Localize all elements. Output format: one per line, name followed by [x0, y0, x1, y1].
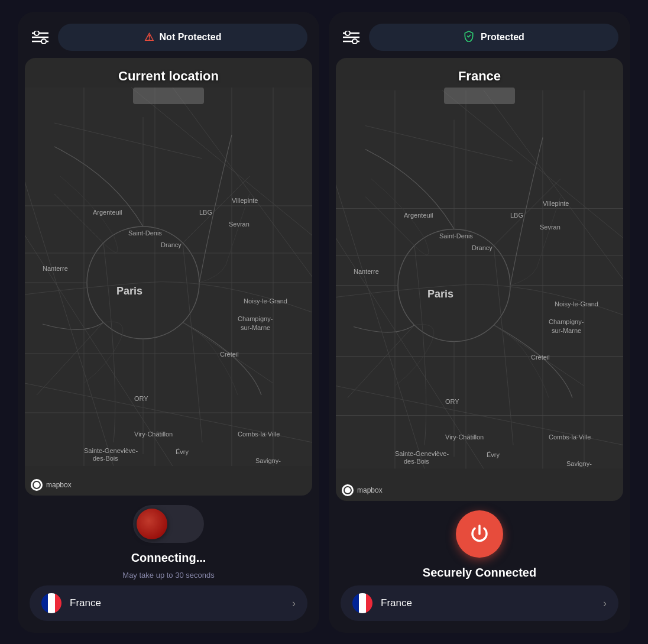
right-filter-icon[interactable]: [341, 27, 362, 48]
right-status-label: Protected: [481, 32, 524, 43]
left-filter-icon[interactable]: [30, 27, 51, 48]
screen-container: ⚠ Not Protected Current location: [0, 0, 648, 644]
left-map-blur: [133, 88, 204, 104]
svg-text:ORY: ORY: [134, 395, 148, 402]
svg-text:LBG: LBG: [510, 212, 523, 219]
svg-text:Drancy: Drancy: [472, 244, 493, 251]
right-power-area[interactable]: [456, 510, 503, 558]
right-chevron-icon: ›: [603, 597, 607, 610]
right-mapbox-credit: mapbox: [342, 484, 383, 496]
left-bottom-section: Connecting... May take up to 30 seconds …: [18, 496, 319, 633]
right-bottom-section: Securely Connected France ›: [329, 501, 630, 633]
mapbox-logo-left: [31, 479, 43, 491]
svg-text:Viry-Châtillon: Viry-Châtillon: [134, 431, 173, 438]
svg-text:Évry: Évry: [487, 451, 500, 458]
left-mapbox-credit: mapbox: [31, 479, 72, 491]
left-phone-panel: ⚠ Not Protected Current location: [18, 12, 319, 633]
svg-text:des-Bois: des-Bois: [404, 458, 429, 465]
right-map-title: France: [336, 69, 623, 84]
svg-text:Créteil: Créteil: [531, 354, 550, 361]
svg-text:Savigny-: Savigny-: [255, 457, 281, 464]
svg-text:Nanterre: Nanterre: [354, 268, 379, 275]
svg-text:Sevran: Sevran: [229, 221, 250, 228]
svg-text:Paris: Paris: [427, 288, 453, 300]
right-map: France: [336, 58, 623, 501]
svg-text:Sevran: Sevran: [540, 224, 560, 231]
svg-text:Villepinte: Villepinte: [232, 197, 258, 204]
svg-text:Viry-Châtillon: Viry-Châtillon: [445, 433, 484, 441]
left-map: Current location: [25, 58, 312, 496]
svg-text:Saint-Denis: Saint-Denis: [128, 229, 162, 237]
svg-text:sur-Marne: sur-Marne: [552, 327, 581, 334]
svg-text:sur-Marne: sur-Marne: [241, 324, 270, 331]
svg-point-51: [345, 31, 350, 35]
svg-text:Savigny-: Savigny-: [566, 460, 592, 467]
mapbox-logo-right: [342, 484, 354, 496]
svg-text:Noisy-le-Grand: Noisy-le-Grand: [244, 297, 287, 305]
left-status-badge: ⚠ Not Protected: [58, 24, 307, 51]
svg-text:Champigny-: Champigny-: [238, 315, 273, 322]
left-power-area[interactable]: [133, 505, 204, 543]
left-connection-status: Connecting...: [131, 551, 206, 565]
left-header: ⚠ Not Protected: [18, 12, 319, 58]
svg-point-52: [352, 39, 357, 44]
left-toggle-knob: [137, 509, 167, 539]
svg-text:Créteil: Créteil: [220, 351, 239, 358]
right-power-button[interactable]: [456, 510, 503, 558]
svg-text:Noisy-le-Grand: Noisy-le-Grand: [555, 300, 598, 308]
svg-text:Drancy: Drancy: [161, 241, 182, 248]
svg-text:Combs-la-Ville: Combs-la-Ville: [549, 433, 591, 441]
right-connection-status: Securely Connected: [423, 566, 536, 580]
svg-text:Combs-la-Ville: Combs-la-Ville: [238, 431, 280, 438]
left-location-name: France: [70, 597, 284, 609]
svg-text:Champigny-: Champigny-: [549, 318, 584, 325]
left-location-selector[interactable]: France ›: [30, 585, 307, 621]
left-status-label: Not Protected: [160, 32, 222, 43]
right-flag-france: [352, 593, 372, 613]
svg-text:des-Bois: des-Bois: [93, 455, 118, 462]
svg-text:ORY: ORY: [445, 398, 459, 405]
svg-rect-5: [25, 88, 312, 466]
shield-icon: [463, 30, 475, 45]
right-status-badge: Protected: [369, 24, 618, 51]
svg-point-4: [41, 39, 46, 44]
svg-text:Villepinte: Villepinte: [543, 200, 569, 207]
left-connection-sub: May take up to 30 seconds: [122, 571, 214, 580]
left-chevron-icon: ›: [292, 597, 296, 610]
left-flag-france: [41, 593, 61, 613]
svg-text:Nanterre: Nanterre: [43, 265, 68, 272]
right-location-selector[interactable]: France ›: [341, 585, 618, 621]
svg-rect-53: [336, 90, 623, 469]
svg-text:Sainte-Geneviève-: Sainte-Geneviève-: [395, 450, 449, 457]
right-phone-panel: Protected France: [329, 12, 630, 633]
svg-text:Sainte-Geneviève-: Sainte-Geneviève-: [84, 447, 138, 454]
left-map-title: Current location: [25, 69, 312, 84]
svg-text:Saint-Denis: Saint-Denis: [439, 232, 473, 240]
right-map-blur: [444, 88, 515, 104]
svg-text:Argenteuil: Argenteuil: [93, 209, 122, 216]
svg-text:LBG: LBG: [199, 209, 212, 216]
right-header: Protected: [329, 12, 630, 58]
right-location-name: France: [381, 597, 595, 609]
left-toggle-switch[interactable]: [133, 505, 204, 543]
power-icon: [469, 523, 490, 545]
svg-text:Paris: Paris: [116, 285, 142, 297]
svg-text:Évry: Évry: [176, 448, 189, 455]
svg-point-3: [34, 31, 39, 35]
svg-text:Argenteuil: Argenteuil: [404, 212, 433, 219]
warning-icon: ⚠: [144, 31, 154, 44]
